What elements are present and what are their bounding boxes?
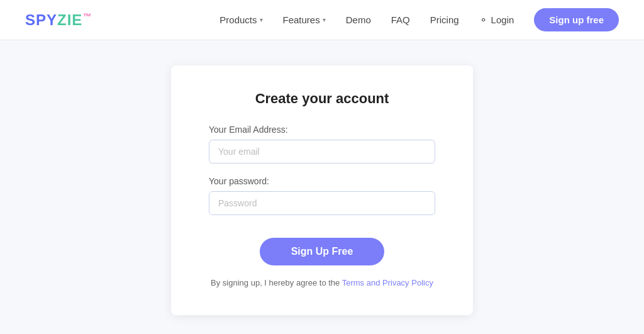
nav-demo[interactable]: Demo bbox=[346, 14, 371, 25]
products-chevron-icon: ▾ bbox=[260, 16, 263, 23]
terms-text: By signing up, I hereby agree to the Ter… bbox=[211, 277, 433, 290]
logo-spy: SPY bbox=[25, 11, 57, 28]
email-input[interactable] bbox=[209, 140, 435, 164]
password-label: Your password: bbox=[209, 176, 435, 186]
nav-faq[interactable]: FAQ bbox=[391, 14, 410, 25]
email-label: Your Email Address: bbox=[209, 125, 435, 135]
features-chevron-icon: ▾ bbox=[323, 16, 326, 23]
header: SPYZIE™ Products ▾ Features ▾ Demo FAQ P… bbox=[0, 0, 644, 40]
signup-card: Create your account Your Email Address: … bbox=[171, 65, 473, 315]
nav-pricing[interactable]: Pricing bbox=[430, 14, 459, 25]
nav-login[interactable]: ⚬ Login bbox=[479, 14, 514, 26]
logo: SPYZIE™ bbox=[25, 11, 92, 29]
password-group: Your password: bbox=[209, 176, 435, 215]
person-icon: ⚬ bbox=[479, 14, 487, 26]
signup-button[interactable]: Sign Up Free bbox=[260, 238, 385, 265]
password-input[interactable] bbox=[209, 191, 435, 215]
email-group: Your Email Address: bbox=[209, 125, 435, 164]
logo-trademark: ™ bbox=[82, 11, 92, 21]
main-nav: Products ▾ Features ▾ Demo FAQ Pricing ⚬… bbox=[219, 8, 619, 31]
card-title: Create your account bbox=[255, 91, 389, 107]
nav-signup-button[interactable]: Sign up free bbox=[534, 8, 619, 31]
logo-zie: ZIE bbox=[57, 11, 82, 28]
nav-features[interactable]: Features ▾ bbox=[283, 14, 326, 25]
terms-link[interactable]: Terms and Privacy Policy bbox=[342, 278, 433, 287]
main-content: Create your account Your Email Address: … bbox=[0, 40, 644, 334]
nav-products[interactable]: Products ▾ bbox=[219, 14, 262, 25]
